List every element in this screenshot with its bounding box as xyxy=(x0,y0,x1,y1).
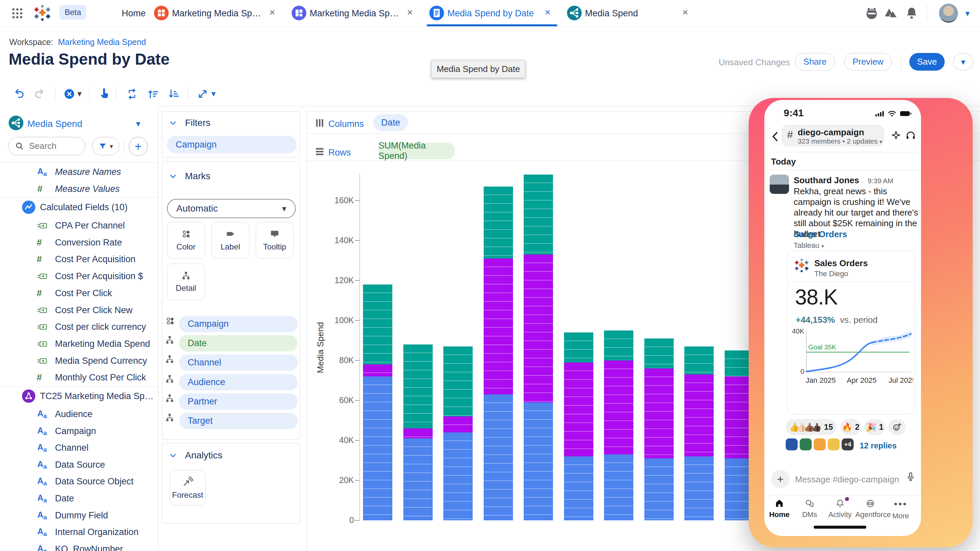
field-row[interactable]: #Conversion Rate xyxy=(0,234,158,251)
close-icon[interactable]: × xyxy=(545,7,550,17)
save-options-button[interactable]: ▾ xyxy=(953,53,973,71)
nav-more[interactable]: •••More xyxy=(886,499,916,520)
field-row[interactable]: AaCampaign xyxy=(0,423,158,440)
browser-tab[interactable]: Media Spend× xyxy=(563,0,696,26)
mic-icon[interactable] xyxy=(906,472,916,482)
mark-type-dropdown[interactable]: Automatic▾ xyxy=(167,199,296,218)
mark-pill-target[interactable]: Target xyxy=(179,413,298,429)
reply-avatar[interactable] xyxy=(814,438,826,450)
redo-icon[interactable] xyxy=(33,88,45,99)
user-avatar[interactable] xyxy=(939,4,958,23)
close-icon[interactable]: × xyxy=(682,7,688,17)
channel-header-button[interactable]: # diego-campaign 323 members • 2 updates… xyxy=(782,125,885,146)
field-row[interactable]: AaChannel xyxy=(0,440,158,456)
reply-avatar[interactable] xyxy=(786,438,798,450)
search-input[interactable]: Search xyxy=(8,137,85,155)
mark-pill-channel[interactable]: Channel xyxy=(179,354,298,371)
columns-pill-date[interactable]: Date xyxy=(373,114,408,131)
field-row[interactable]: #Measure Values xyxy=(0,181,158,197)
tableau-logo-icon[interactable] xyxy=(33,4,52,22)
datasource-name[interactable]: Media Spend xyxy=(27,119,82,129)
reply-avatar[interactable] xyxy=(828,438,840,450)
field-row[interactable]: #Cost Per Acquisition xyxy=(0,251,158,267)
save-button[interactable]: Save xyxy=(909,53,945,71)
marks-chevron-down-icon[interactable] xyxy=(168,171,178,181)
composer-placeholder[interactable]: Message #diego-campaign xyxy=(795,475,899,485)
field-row[interactable]: AaInternal Organization xyxy=(0,524,158,540)
filters-chevron-down-icon[interactable] xyxy=(168,118,178,128)
field-row[interactable]: Cost Per Acquisition $ xyxy=(0,268,158,284)
field-row[interactable]: AaDummy Field xyxy=(0,507,158,524)
mark-pill-partner[interactable]: Partner xyxy=(179,394,298,410)
reply-avatar[interactable] xyxy=(800,438,812,450)
account-chevron-down-icon[interactable]: ▾ xyxy=(965,9,970,17)
tableau-viz-card[interactable]: Sales Orders The Diego 38.K +44,153% vs.… xyxy=(788,251,915,414)
field-row[interactable]: AaData Source Object xyxy=(0,473,158,490)
field-row[interactable]: #Monthly Cost Per Click xyxy=(0,369,158,386)
mark-pill-campaign[interactable]: Campaign xyxy=(179,316,298,332)
rows-pill-sum-media-spend[interactable]: SUM(Media Spend) xyxy=(378,143,455,159)
field-row[interactable]: Marketing Media Spend xyxy=(0,335,158,352)
filter-pill-campaign[interactable]: Campaign xyxy=(167,136,297,153)
label-button[interactable]: Label xyxy=(212,222,249,259)
field-row[interactable]: AaAudience xyxy=(0,406,158,422)
close-icon[interactable]: × xyxy=(269,7,275,17)
back-chevron-icon[interactable] xyxy=(770,130,782,143)
datasource-chevron-down-icon[interactable]: ▾ xyxy=(136,119,140,128)
browser-tab[interactable]: Marketing Media Spe...× xyxy=(288,0,421,26)
field-row[interactable]: Media Spend Currency xyxy=(0,353,158,369)
mark-pill-audience[interactable]: Audience xyxy=(179,374,298,391)
tooltip-button[interactable]: Tooltip xyxy=(256,222,294,259)
reply-avatar[interactable]: +4 xyxy=(842,438,854,450)
notifications-bell-icon[interactable] xyxy=(905,6,919,20)
highlight-pointer-icon[interactable] xyxy=(98,87,110,100)
field-row[interactable]: Cost per click currency xyxy=(0,319,158,335)
incognito-icon[interactable] xyxy=(865,7,878,20)
app-attribution[interactable]: Tableau ▾ xyxy=(794,241,824,250)
field-row[interactable]: CPA Per Channel xyxy=(0,217,158,234)
message-link[interactable]: Sales Orders xyxy=(794,229,847,240)
detail-button[interactable]: Detail xyxy=(167,264,205,300)
add-reaction-button[interactable] xyxy=(888,419,906,435)
app-grid-icon[interactable] xyxy=(11,7,24,20)
field-row[interactable]: #Cost Per Click xyxy=(0,285,158,302)
sparkle-icon[interactable] xyxy=(890,130,902,141)
nav-home[interactable]: Home xyxy=(764,499,794,519)
fit-options-chevron-icon[interactable]: ▾ xyxy=(212,89,216,98)
add-field-button[interactable]: + xyxy=(129,137,148,156)
clear-sheet-icon[interactable] xyxy=(63,88,75,100)
field-row[interactable]: AaKO_RowNumber xyxy=(0,541,158,551)
fit-view-icon[interactable] xyxy=(197,88,208,100)
field-filter-button[interactable]: ▾ xyxy=(92,137,119,155)
reaction-pill[interactable]: 🎉1 xyxy=(864,419,885,435)
share-button[interactable]: Share xyxy=(795,53,835,71)
preview-button[interactable]: Preview xyxy=(844,53,892,71)
nav-agentforce[interactable]: Agentforce xyxy=(855,499,885,519)
forecast-button[interactable]: Forecast xyxy=(170,470,206,505)
color-button[interactable]: Color xyxy=(167,222,205,259)
field-row[interactable]: Cost Per Click New xyxy=(0,302,158,319)
home-tab[interactable]: Home xyxy=(122,8,146,19)
clear-options-chevron-icon[interactable]: ▾ xyxy=(77,89,82,98)
reaction-pill[interactable]: 🔥2 xyxy=(840,419,861,435)
calculated-fields-group[interactable]: Calculated Fields (10) xyxy=(0,199,158,216)
close-icon[interactable]: × xyxy=(407,7,413,17)
analytics-chevron-down-icon[interactable] xyxy=(168,451,178,460)
message-author[interactable]: Southard Jones xyxy=(794,175,859,186)
sort-ascending-icon[interactable] xyxy=(147,88,159,100)
composer-add-button[interactable]: + xyxy=(771,470,790,488)
field-row[interactable]: AaData Source xyxy=(0,456,158,473)
tc25-group[interactable]: TC25 Marketing Media Spend (... xyxy=(0,388,158,405)
undo-icon[interactable] xyxy=(14,88,25,99)
headphones-icon[interactable] xyxy=(905,130,916,141)
trailhead-mountain-icon[interactable] xyxy=(884,7,897,20)
browser-tab[interactable]: Media Spend by Date× xyxy=(425,0,558,26)
mark-pill-date[interactable]: Date xyxy=(179,335,298,351)
field-row[interactable]: AaDate xyxy=(0,490,158,507)
nav-dms[interactable]: DMs xyxy=(795,499,825,519)
browser-tab[interactable]: Marketing Media Spe...× xyxy=(150,0,283,26)
reaction-pill[interactable]: 👍👍🏻👍🏾👍🏿15 xyxy=(786,419,836,435)
sort-descending-icon[interactable] xyxy=(168,88,180,100)
message-avatar[interactable] xyxy=(770,175,789,194)
replies-link[interactable]: 12 replies xyxy=(860,441,897,450)
